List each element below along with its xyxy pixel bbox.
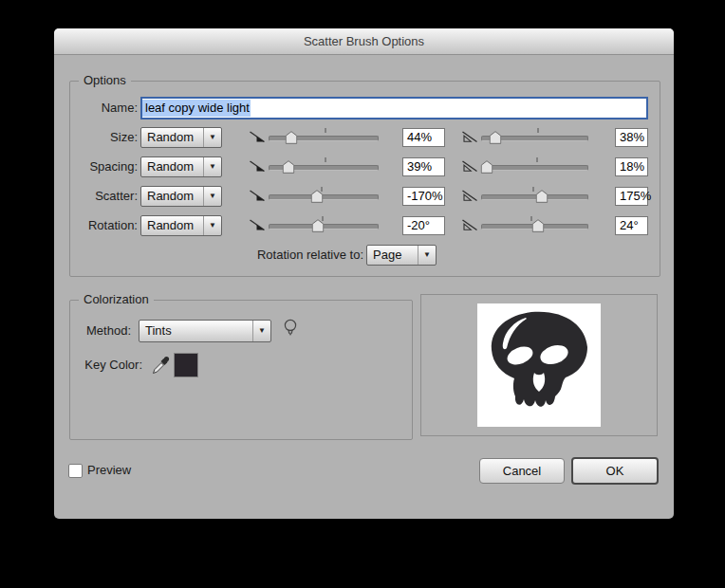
cancel-button[interactable]: Cancel bbox=[479, 458, 565, 484]
size-min-slider[interactable] bbox=[269, 127, 379, 148]
name-label: Name: bbox=[54, 97, 138, 119]
name-input-selected-text: leaf copy wide light bbox=[142, 100, 251, 117]
colorization-group-label: Colorization bbox=[79, 292, 154, 306]
name-input[interactable]: leaf copy wide light bbox=[140, 97, 648, 119]
chevron-down-icon: ▼ bbox=[203, 187, 221, 206]
rotation-relative-label: Rotation relative to: bbox=[168, 245, 363, 266]
slider-thumb[interactable] bbox=[286, 131, 298, 144]
scatter-max-value[interactable]: 175% bbox=[615, 187, 648, 206]
skull-silhouette bbox=[492, 312, 587, 407]
slider-thumb[interactable] bbox=[480, 160, 493, 174]
slider-thumb[interactable] bbox=[282, 160, 294, 174]
maximum-marker-icon bbox=[461, 218, 478, 232]
size-max-value[interactable]: 38% bbox=[615, 128, 648, 147]
dialog-titlebar[interactable]: Scatter Brush Options bbox=[54, 28, 674, 55]
spacing-row: Spacing: Random ▼ 39% 18% bbox=[54, 156, 674, 177]
method-label: Method: bbox=[54, 320, 131, 342]
rotation-mode-dropdown[interactable]: Random ▼ bbox=[140, 215, 222, 236]
slider-thumb[interactable] bbox=[536, 190, 548, 203]
rotation-max-slider[interactable] bbox=[481, 215, 588, 236]
size-row: Size: Random ▼ 44% 38% bbox=[54, 127, 674, 148]
slider-thumb[interactable] bbox=[531, 219, 544, 232]
key-color-label: Key Color: bbox=[54, 353, 142, 377]
scatter-mode-dropdown[interactable]: Random ▼ bbox=[140, 186, 222, 207]
scatter-row: Scatter: Random ▼ -170% 175% bbox=[54, 186, 674, 207]
preview-checkbox-label: Preview bbox=[87, 463, 131, 477]
size-min-value[interactable]: 44% bbox=[402, 128, 445, 147]
rotation-min-value[interactable]: -20° bbox=[402, 216, 445, 235]
size-label: Size: bbox=[54, 127, 138, 148]
skull-brush-art bbox=[477, 303, 601, 427]
chevron-down-icon: ▼ bbox=[203, 216, 221, 235]
chevron-down-icon: ▼ bbox=[203, 128, 221, 147]
spacing-min-slider[interactable] bbox=[269, 156, 379, 177]
rotation-label: Rotation: bbox=[54, 215, 138, 236]
key-color-swatch[interactable] bbox=[174, 353, 198, 377]
minimum-marker-icon bbox=[249, 189, 266, 203]
lightbulb-icon bbox=[283, 318, 298, 342]
rotation-relative-dropdown[interactable]: Page ▼ bbox=[366, 245, 437, 266]
spacing-max-slider[interactable] bbox=[481, 156, 588, 177]
maximum-marker-icon bbox=[461, 130, 478, 144]
ok-button[interactable]: OK bbox=[571, 457, 659, 485]
rotation-row: Rotation: Random ▼ -20° 24° bbox=[54, 215, 674, 236]
spacing-max-value[interactable]: 18% bbox=[615, 157, 648, 176]
minimum-marker-icon bbox=[249, 218, 266, 232]
preview-checkbox[interactable] bbox=[68, 464, 83, 478]
brush-preview-panel bbox=[420, 294, 658, 436]
slider-track bbox=[481, 165, 588, 171]
brush-preview-image bbox=[477, 303, 601, 427]
scatter-brush-options-dialog: Scatter Brush Options Options Name: leaf… bbox=[54, 28, 674, 519]
scatter-max-slider[interactable] bbox=[481, 186, 588, 207]
slider-track bbox=[269, 194, 379, 200]
rotation-min-slider[interactable] bbox=[269, 215, 379, 236]
slider-tick bbox=[537, 128, 538, 133]
slider-tick bbox=[325, 128, 326, 133]
dialog-title: Scatter Brush Options bbox=[304, 34, 424, 48]
slider-thumb[interactable] bbox=[489, 131, 501, 144]
minimum-marker-icon bbox=[249, 159, 266, 174]
options-group-label: Options bbox=[79, 73, 131, 87]
chevron-down-icon: ▼ bbox=[418, 246, 436, 265]
spacing-mode-dropdown[interactable]: Random ▼ bbox=[140, 156, 222, 177]
minimum-marker-icon bbox=[249, 130, 266, 144]
slider-track bbox=[481, 194, 588, 200]
scatter-min-slider[interactable] bbox=[269, 186, 379, 207]
chevron-down-icon: ▼ bbox=[203, 157, 221, 176]
slider-tick bbox=[325, 157, 326, 162]
eyedropper-icon[interactable] bbox=[150, 355, 171, 379]
size-mode-dropdown[interactable]: Random ▼ bbox=[140, 127, 222, 148]
slider-thumb[interactable] bbox=[312, 219, 325, 232]
slider-thumb[interactable] bbox=[311, 190, 324, 203]
scatter-min-value[interactable]: -170% bbox=[402, 187, 445, 206]
spacing-label: Spacing: bbox=[54, 156, 138, 177]
slider-tick bbox=[536, 157, 537, 162]
chevron-down-icon: ▼ bbox=[252, 321, 270, 341]
maximum-marker-icon bbox=[461, 189, 478, 203]
method-dropdown[interactable]: Tints ▼ bbox=[139, 320, 271, 342]
slider-tick bbox=[533, 187, 534, 192]
scatter-label: Scatter: bbox=[54, 186, 138, 207]
size-max-slider[interactable] bbox=[481, 127, 588, 148]
rotation-max-value[interactable]: 24° bbox=[615, 216, 648, 235]
spacing-min-value[interactable]: 39% bbox=[402, 157, 445, 176]
maximum-marker-icon bbox=[461, 159, 478, 174]
screen-background: Scatter Brush Options Options Name: leaf… bbox=[0, 0, 725, 588]
